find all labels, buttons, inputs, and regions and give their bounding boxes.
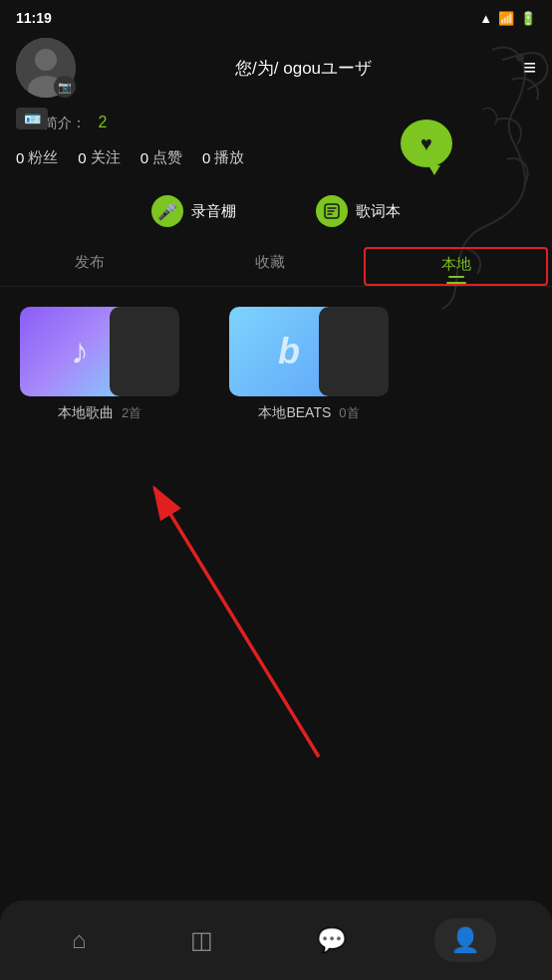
status-time: 11:19: [16, 10, 52, 26]
stat-following[interactable]: 0 关注: [78, 148, 120, 167]
following-count: 0: [78, 149, 86, 166]
status-icons: ▲ 📶 🔋: [479, 11, 536, 26]
wifi-icon: ▲: [479, 11, 492, 26]
local-beats-label-row: 本地BEATS 0首: [258, 404, 359, 422]
stat-fans[interactable]: 0 粉丝: [16, 148, 58, 167]
nav-shop[interactable]: ◫: [174, 918, 229, 962]
mic-icon: 🎤: [151, 195, 183, 227]
local-songs-count: 2首: [122, 404, 141, 422]
fans-label: 粉丝: [28, 148, 58, 167]
beats-icon: b: [278, 331, 300, 372]
tab-publish[interactable]: 发布: [0, 243, 180, 286]
plays-label: 播放: [214, 148, 244, 167]
id-card-icon[interactable]: 🪪: [16, 108, 48, 129]
tab-local[interactable]: 本地: [364, 247, 548, 286]
svg-point-3: [516, 54, 524, 62]
signal-icon: 📶: [498, 11, 514, 26]
fans-count: 0: [16, 149, 24, 166]
local-songs-card[interactable]: ♪ 本地歌曲 2首: [20, 307, 179, 422]
local-songs-label-row: 本地歌曲 2首: [58, 404, 141, 422]
following-label: 关注: [91, 148, 121, 167]
nav-home[interactable]: ⌂: [56, 918, 103, 962]
likes-label: 点赞: [152, 148, 182, 167]
local-songs-label: 本地歌曲: [58, 404, 114, 422]
edit-icon[interactable]: 2: [98, 114, 107, 130]
camera-badge[interactable]: 📷: [54, 76, 76, 98]
recording-studio-btn[interactable]: 🎤 录音棚: [151, 195, 236, 227]
card-thumb-row: ♪: [20, 307, 179, 396]
recording-studio-label: 录音棚: [191, 202, 236, 221]
camera-icon: 📷: [58, 81, 72, 94]
messages-icon: 💬: [317, 926, 347, 954]
beats-card-thumb-row: b: [229, 307, 389, 396]
battery-icon: 🔋: [520, 11, 536, 26]
tab-collection[interactable]: 收藏: [180, 243, 361, 286]
svg-line-6: [154, 488, 319, 757]
stat-plays[interactable]: 0 播放: [202, 148, 244, 167]
tab-active-indicator: [448, 276, 464, 278]
profile-icon: 👤: [450, 926, 480, 954]
stat-likes[interactable]: 0 点赞: [140, 148, 182, 167]
local-beats-label: 本地BEATS: [258, 404, 331, 422]
bottom-nav: ⌂ ◫ 💬 👤: [0, 900, 552, 980]
tabs-row: 发布 收藏 本地: [0, 243, 552, 287]
tab-collection-label: 收藏: [255, 253, 285, 270]
likes-count: 0: [140, 149, 148, 166]
shop-icon: ◫: [190, 926, 213, 954]
card-shadow: [110, 307, 179, 396]
home-icon: ⌂: [72, 926, 87, 954]
tab-local-label: 本地: [441, 255, 471, 272]
tab-publish-label: 发布: [75, 253, 105, 270]
local-beats-count: 0首: [339, 404, 359, 422]
beats-card-shadow: [319, 307, 389, 396]
music-note-icon: ♪: [71, 331, 89, 372]
chat-bubble: ♥: [401, 120, 452, 167]
plays-count: 0: [202, 149, 210, 166]
local-beats-card[interactable]: b 本地BEATS 0首: [229, 307, 389, 422]
nav-messages[interactable]: 💬: [301, 918, 363, 962]
id-icon: 🪪: [24, 111, 41, 126]
nav-profile[interactable]: 👤: [434, 918, 496, 962]
heart-icon: ♥: [420, 132, 432, 155]
svg-point-1: [35, 49, 57, 71]
